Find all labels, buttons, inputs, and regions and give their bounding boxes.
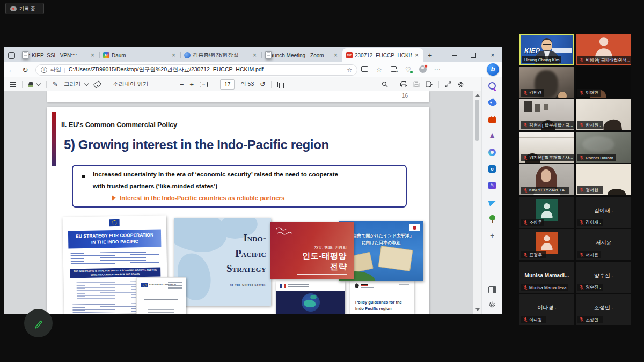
- tab-actions-button[interactable]: [4, 48, 18, 62]
- doc-text-lines: [361, 287, 374, 290]
- window-maximize-button[interactable]: [464, 48, 483, 62]
- tab-groupware[interactable]: 김홍종/원장/원장실 ×: [180, 48, 261, 62]
- draw-dropdown-chevron[interactable]: [84, 81, 88, 85]
- refresh-icon[interactable]: ↻: [18, 66, 32, 74]
- zoom-shared-screen: 기록 중... :::: KIEP_SSL_VPN:::: × D Daum ×…: [0, 0, 644, 362]
- participant-tile[interactable]: KIM YELYZAVETA .: [519, 164, 574, 195]
- sidebar-outlook-icon[interactable]: o: [487, 164, 497, 174]
- de-title-line2: Indo-Pacific region: [355, 306, 402, 312]
- profile-avatar[interactable]: [415, 65, 430, 75]
- participant-tile[interactable]: 서지윤 서지윤: [576, 229, 631, 260]
- previous-slide-page-number: 16: [402, 93, 408, 99]
- tab-kiep-vpn[interactable]: :::: KIEP_SSL_VPN:::: ×: [18, 48, 99, 62]
- eraser-icon[interactable]: [93, 80, 101, 88]
- more-menu-icon[interactable]: ⋯: [430, 66, 444, 73]
- us-cover-title: Indo- Pacific Strategy: [226, 231, 266, 277]
- rotate-icon[interactable]: ↺: [260, 80, 265, 88]
- fullscreen-expand-icon[interactable]: [445, 81, 451, 87]
- sidebar-tools-icon[interactable]: [487, 114, 497, 124]
- participant-tile[interactable]: Munisa Mamadi... Munisa Mamadieva: [519, 262, 574, 293]
- participant-tile[interactable]: 조성민 . 조성민 .: [576, 294, 631, 325]
- participant-tile-active-speaker[interactable]: KIEP Heung Chong Kim: [519, 34, 574, 65]
- favorites-icon[interactable]: ☆: [372, 66, 386, 73]
- sidebar-search-icon[interactable]: [487, 81, 497, 91]
- read-aloud-button[interactable]: 소리내어 읽기: [113, 80, 149, 88]
- pdf-viewer-canvas[interactable]: 16 II. EU's Common Commercial Policy 5) …: [4, 91, 473, 314]
- split-screen-icon[interactable]: [357, 66, 372, 73]
- pdf-favicon: PDF: [346, 52, 353, 58]
- sidebar-microsoft365-icon[interactable]: [487, 147, 497, 157]
- vertical-scrollbar[interactable]: [473, 91, 481, 314]
- participant-tile[interactable]: 조성우: [519, 197, 574, 228]
- participant-tile[interactable]: 양지원[ 학부재학 / 사...: [519, 132, 574, 163]
- favorite-star-icon[interactable]: ☆: [347, 67, 352, 73]
- german-eagle-icon: [354, 283, 360, 288]
- draw-pen-icon[interactable]: ✎: [53, 80, 58, 88]
- slide-callout-box: Increased uncertainty in the era of ‘eco…: [72, 165, 407, 208]
- scrollbar-thumb[interactable]: [475, 100, 479, 141]
- person-decor: [541, 169, 551, 182]
- url-divider: |: [64, 67, 65, 73]
- tab-close-icon[interactable]: ×: [252, 51, 258, 59]
- sidebar-shopping-icon[interactable]: [487, 98, 497, 107]
- participant-tile[interactable]: 김이재 . 김이재 .: [576, 197, 631, 228]
- participant-tile[interactable]: 양수진 . 양수진 .: [576, 262, 631, 293]
- page-info-icon[interactable]: i: [41, 67, 47, 73]
- zoom-in-icon[interactable]: +: [190, 80, 194, 88]
- divider-line: [297, 274, 347, 275]
- participant-tile[interactable]: 정서현 .: [576, 164, 631, 195]
- tab-zoom-meeting[interactable]: Launch Meeting - Zoom ×: [261, 48, 342, 62]
- participant-tile[interactable]: 이채현: [576, 67, 631, 98]
- participant-tile[interactable]: Rachel Ballard: [576, 132, 631, 163]
- collections-icon[interactable]: [386, 66, 401, 73]
- page-number-input[interactable]: 17: [220, 79, 235, 90]
- toolbar-divider: [271, 81, 272, 88]
- tab-daum[interactable]: D Daum ×: [99, 48, 180, 62]
- tab-close-icon[interactable]: ×: [171, 51, 177, 59]
- search-document-icon[interactable]: [382, 81, 388, 87]
- bing-copilot-button[interactable]: b: [487, 63, 499, 76]
- draw-label[interactable]: 그리기: [64, 80, 81, 88]
- browser-essentials-icon[interactable]: ♡: [401, 66, 415, 73]
- back-icon[interactable]: ←: [4, 66, 18, 74]
- new-tab-button[interactable]: +: [423, 49, 436, 62]
- window-minimize-button[interactable]: [444, 48, 464, 62]
- fit-to-width-icon[interactable]: ↔: [200, 82, 208, 87]
- participant-name-label: 정서현 .: [577, 186, 603, 194]
- scroll-down-arrow[interactable]: [475, 308, 480, 311]
- highlighter-icon[interactable]: [28, 82, 33, 87]
- table-of-contents-icon[interactable]: [10, 82, 16, 87]
- page-view-icon[interactable]: [277, 82, 283, 87]
- sidebar-tree-icon[interactable]: [487, 214, 497, 224]
- zoom-out-icon[interactable]: −: [180, 80, 184, 88]
- maximize-icon: [471, 53, 476, 58]
- tab-pdf-active[interactable]: PDF 230712_EUCCP_HCKIM.pd ×: [342, 48, 423, 62]
- tab-close-icon[interactable]: ×: [90, 51, 96, 59]
- scroll-up-arrow[interactable]: [475, 94, 480, 97]
- address-url-field[interactable]: i 파일 | C:/Users/ZB99015/Desktop/연구원%20관련…: [35, 64, 357, 76]
- sidebar-settings-gear-icon[interactable]: [488, 301, 496, 308]
- participant-tile[interactable]: 김민경: [519, 67, 574, 98]
- window-close-button[interactable]: ×: [483, 48, 502, 62]
- participant-tile[interactable]: 표정우 .: [519, 229, 574, 260]
- participant-tile[interactable]: 박혜연[ 국제대학원석...: [576, 34, 631, 65]
- participant-name-label: 김현지[ 학부재학 / 국...: [521, 121, 574, 129]
- participant-tile[interactable]: 김현지[ 학부재학 / 국...: [519, 99, 574, 130]
- highlighter-dropdown-chevron[interactable]: [36, 81, 41, 85]
- tab-close-icon[interactable]: ×: [333, 51, 339, 59]
- sidebar-drop-icon[interactable]: [487, 197, 497, 207]
- sidebar-designer-icon[interactable]: ✎: [487, 181, 497, 190]
- tab-close-icon[interactable]: ×: [414, 51, 420, 59]
- annotation-pencil-button[interactable]: [24, 309, 53, 337]
- save-as-icon[interactable]: [426, 81, 433, 87]
- save-icon[interactable]: [413, 81, 420, 87]
- print-icon[interactable]: [400, 81, 407, 87]
- sidebar-panel-icon[interactable]: [487, 285, 497, 294]
- participant-tile[interactable]: 한지원 .: [576, 99, 631, 130]
- minimize-icon: [452, 55, 457, 56]
- pdf-settings-gear-icon[interactable]: [457, 81, 464, 88]
- japan-flag-icon: [409, 224, 420, 231]
- sidebar-games-icon[interactable]: ♟: [487, 131, 497, 141]
- participant-tile[interactable]: 이다경 . 이다경 .: [519, 294, 574, 325]
- sidebar-add-icon[interactable]: +: [487, 231, 497, 240]
